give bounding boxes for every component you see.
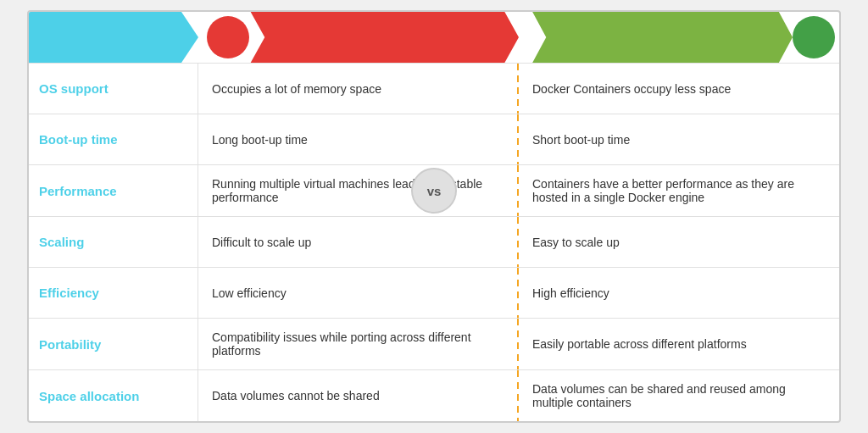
- table-row: PerformanceRunning multiple virtual mach…: [29, 164, 839, 216]
- docker-cell: Docker Containers occupy less space: [519, 64, 839, 114]
- table-row: ScalingDifficult to scale upEasy to scal…: [29, 216, 839, 267]
- vm-cell: Long boot-up time: [198, 114, 519, 164]
- header-row: [29, 12, 839, 63]
- criteria-cell: Efficiency: [29, 268, 198, 318]
- criteria-cell: Scaling: [29, 217, 198, 267]
- docker-cell: Easy to scale up: [519, 217, 839, 267]
- vm-cell: Compatibility issues while porting acros…: [198, 319, 519, 369]
- table-row: OS supportOccupies a lot of memory space…: [29, 63, 839, 114]
- docker-cell: Data volumes can be shared and reused am…: [519, 370, 839, 421]
- content-area: OS supportOccupies a lot of memory space…: [29, 63, 839, 421]
- x-icon: [207, 16, 249, 58]
- header-criteria: [29, 12, 198, 63]
- docker-cell: Easily portable across different platfor…: [519, 319, 839, 369]
- criteria-cell: Portability: [29, 319, 198, 369]
- table-row: PortabilityCompatibility issues while po…: [29, 318, 839, 369]
- vm-cell: Difficult to scale up: [198, 217, 519, 267]
- criteria-cell: Boot-up time: [29, 114, 198, 164]
- comparison-table: OS supportOccupies a lot of memory space…: [27, 10, 841, 423]
- table-row: Space allocationData volumes cannot be s…: [29, 369, 839, 421]
- table-row: Boot-up timeLong boot-up timeShort boot-…: [29, 114, 839, 164]
- criteria-cell: OS support: [29, 64, 198, 114]
- vm-cell: Low efficiency: [198, 268, 519, 318]
- header-docker-wrapper: [519, 12, 839, 63]
- docker-cell: Containers have a better performance as …: [519, 165, 839, 216]
- vm-cell: Occupies a lot of memory space: [198, 64, 519, 114]
- header-vm: [236, 12, 519, 63]
- table-row: EfficiencyLow efficiencyHigh efficiency: [29, 267, 839, 318]
- docker-cell: High efficiency: [519, 268, 839, 318]
- check-icon: [793, 16, 835, 58]
- header-vm-wrapper: [198, 12, 519, 63]
- vm-cell: Data volumes cannot be shared: [198, 370, 519, 421]
- vm-cell: Running multiple virtual machines leads …: [198, 165, 519, 216]
- docker-cell: Short boot-up time: [519, 114, 839, 164]
- header-docker: [519, 12, 793, 63]
- criteria-cell: Space allocation: [29, 370, 198, 421]
- vs-badge: vs: [411, 168, 457, 214]
- criteria-cell: Performance: [29, 165, 198, 216]
